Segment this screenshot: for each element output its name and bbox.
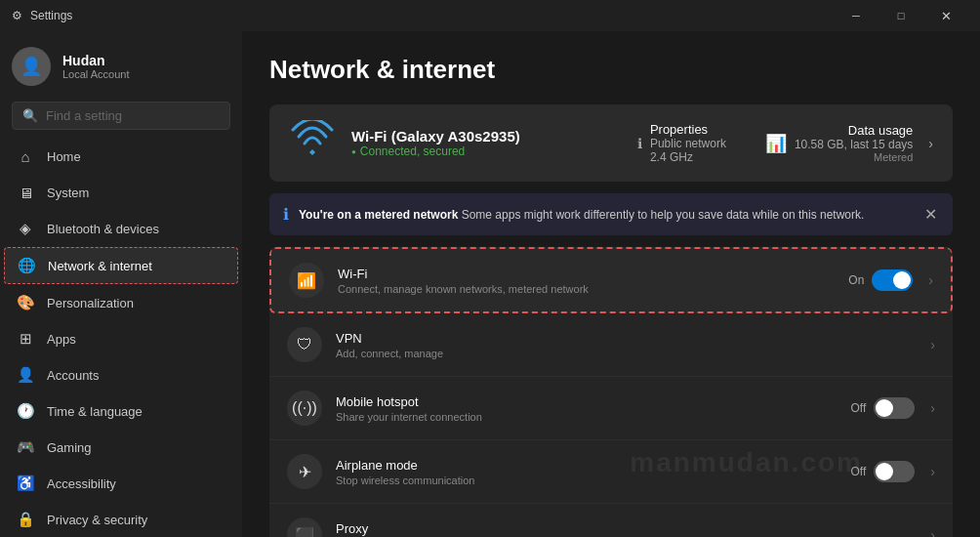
airplane-mode-toggle[interactable]	[874, 461, 915, 482]
accounts-icon: 👤	[16, 365, 35, 385]
sidebar-item-home[interactable]: ⌂ Home	[4, 139, 238, 174]
data-usage-badge: Metered	[795, 151, 913, 163]
privacy-icon: 🔒	[16, 510, 35, 529]
airplane-mode-chevron-icon: ›	[930, 464, 935, 479]
metered-rest: Some apps might work differently to help…	[462, 208, 865, 222]
airplane-mode-title: Airplane mode	[336, 458, 851, 473]
sidebar-label-gaming: Gaming	[47, 440, 92, 455]
sidebar-item-privacy[interactable]: 🔒 Privacy & security	[4, 502, 238, 537]
proxy-control: ›	[922, 527, 935, 537]
wifi-toggle-label: On	[848, 273, 864, 287]
settings-list: 📶 Wi-Fi Connect, manage known networks, …	[269, 247, 953, 537]
sidebar-label-apps: Apps	[47, 332, 76, 347]
wifi-network-name: Wi-Fi (Galaxy A30s2935)	[351, 128, 622, 145]
sidebar-label-personalization: Personalization	[47, 296, 134, 310]
mobile-hotspot-subtitle: Share your internet connection	[336, 411, 851, 423]
sidebar-label-system: System	[47, 186, 89, 200]
wifi-card: Wi-Fi (Galaxy A30s2935) Connected, secur…	[269, 104, 953, 182]
sidebar-item-bluetooth[interactable]: ◈ Bluetooth & devices	[4, 211, 238, 246]
proxy-chevron-icon: ›	[930, 527, 935, 537]
wifi-subtitle: Connect, manage known networks, metered …	[338, 283, 848, 295]
vpn-subtitle: Add, connect, manage	[336, 348, 922, 359]
sidebar-item-accounts[interactable]: 👤 Accounts	[4, 357, 238, 392]
wifi-title: Wi-Fi	[338, 267, 848, 281]
settings-item-airplane-mode[interactable]: ✈ Airplane mode Stop wireless communicat…	[269, 440, 953, 504]
metered-bold: You're on a metered network	[299, 208, 458, 222]
sidebar-item-time[interactable]: 🕐 Time & language	[4, 393, 238, 429]
sidebar-item-network[interactable]: 🌐 Network & internet	[4, 247, 238, 284]
sidebar-label-accessibility: Accessibility	[47, 476, 116, 491]
wifi-icon: 📶	[289, 263, 324, 298]
vpn-chevron-icon: ›	[930, 337, 935, 352]
sidebar-label-privacy: Privacy & security	[47, 513, 147, 527]
data-usage-label: Data usage	[795, 123, 913, 138]
sidebar-label-accounts: Accounts	[47, 368, 99, 383]
wifi-toggle[interactable]	[872, 269, 913, 291]
wifi-chevron-icon: ›	[928, 272, 933, 288]
gaming-icon: 🎮	[16, 437, 35, 457]
data-usage-detail: 10.58 GB, last 15 days	[795, 138, 913, 151]
mobile-hotspot-icon: ((·))	[287, 391, 322, 426]
settings-item-mobile-hotspot[interactable]: ((·)) Mobile hotspot Share your internet…	[269, 377, 953, 440]
page-title: Network & internet	[269, 55, 953, 85]
sidebar-label-network: Network & internet	[48, 259, 152, 273]
properties-label: Properties	[650, 122, 726, 137]
search-box[interactable]: 🔍	[12, 102, 230, 130]
home-icon: ⌂	[16, 146, 35, 166]
apps-icon: ⊞	[16, 329, 35, 349]
minimize-button[interactable]: ─	[834, 0, 878, 31]
accessibility-icon: ♿	[16, 474, 35, 493]
properties-info-icon: ℹ	[637, 136, 642, 151]
mobile-hotspot-title: Mobile hotspot	[336, 394, 851, 409]
settings-item-wifi[interactable]: 📶 Wi-Fi Connect, manage known networks, …	[269, 247, 953, 313]
search-icon: 🔍	[22, 108, 38, 123]
mobile-hotspot-toggle-label: Off	[851, 401, 867, 415]
metered-info-icon: ℹ	[283, 205, 289, 224]
proxy-icon: ⬛	[287, 517, 322, 537]
metered-text: You're on a metered network Some apps mi…	[299, 208, 913, 222]
properties-freq: 2.4 GHz	[650, 150, 726, 164]
user-name: Hudan	[62, 53, 130, 68]
airplane-mode-toggle-label: Off	[851, 465, 867, 478]
sidebar-item-gaming[interactable]: 🎮 Gaming	[4, 430, 238, 465]
system-icon: 🖥	[16, 183, 35, 202]
sidebar-label-time: Time & language	[47, 404, 143, 419]
sidebar-item-personalization[interactable]: 🎨 Personalization	[4, 285, 238, 320]
sidebar-label-home: Home	[47, 149, 81, 164]
vpn-control: ›	[922, 337, 935, 352]
sidebar: 👤 Hudan Local Account 🔍 ⌂ Home 🖥 System …	[0, 31, 242, 537]
search-input[interactable]	[46, 108, 220, 123]
content-area: Network & internet Wi-Fi (Galaxy A30s293…	[242, 31, 980, 537]
wifi-large-icon	[289, 120, 336, 166]
maximize-button[interactable]: □	[878, 0, 923, 31]
mobile-hotspot-toggle[interactable]	[874, 397, 915, 419]
close-button[interactable]: ✕	[923, 0, 968, 31]
user-section: 👤 Hudan Local Account	[0, 31, 242, 98]
airplane-mode-icon: ✈	[287, 454, 322, 489]
title-bar: ⚙ Settings ─ □ ✕	[0, 0, 980, 31]
metered-notice: ℹ You're on a metered network Some apps …	[269, 193, 953, 235]
vpn-icon: 🛡	[287, 327, 322, 362]
user-role: Local Account	[62, 68, 130, 80]
bluetooth-icon: ◈	[16, 219, 35, 238]
proxy-title: Proxy	[336, 521, 922, 536]
sidebar-item-system[interactable]: 🖥 System	[4, 175, 238, 210]
network-icon: 🌐	[17, 256, 36, 275]
mobile-hotspot-control: Off ›	[851, 397, 935, 419]
vpn-title: VPN	[336, 331, 922, 346]
airplane-mode-subtitle: Stop wireless communication	[336, 475, 851, 486]
sidebar-item-accessibility[interactable]: ♿ Accessibility	[4, 466, 238, 501]
wifi-control: On ›	[848, 269, 933, 291]
wifi-card-chevron: ›	[928, 136, 933, 151]
sidebar-label-bluetooth: Bluetooth & devices	[47, 222, 159, 236]
sidebar-item-apps[interactable]: ⊞ Apps	[4, 321, 238, 356]
data-usage-icon: 📊	[765, 133, 787, 154]
metered-close-button[interactable]: ✕	[922, 203, 939, 226]
settings-item-proxy[interactable]: ⬛ Proxy Proxy server for Wi-Fi and Ether…	[269, 504, 953, 537]
title-bar-label: Settings	[30, 9, 72, 22]
settings-icon: ⚙	[12, 9, 22, 22]
avatar: 👤	[12, 47, 51, 86]
settings-item-vpn[interactable]: 🛡 VPN Add, connect, manage ›	[269, 313, 953, 377]
properties-detail: Public network	[650, 137, 726, 150]
mobile-hotspot-chevron-icon: ›	[930, 400, 935, 416]
